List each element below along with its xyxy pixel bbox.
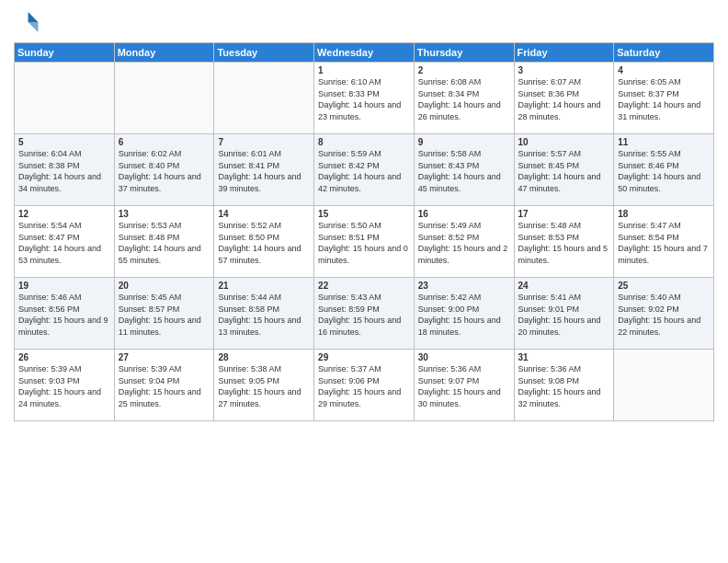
day-number: 25 [618,281,710,291]
day-number: 31 [518,352,610,362]
calendar-week-4: 19Sunrise: 5:46 AMSunset: 8:56 PMDayligh… [15,278,714,350]
day-number: 20 [119,281,210,291]
calendar-header-row: SundayMondayTuesdayWednesdayThursdayFrid… [15,43,714,63]
calendar-table: SundayMondayTuesdayWednesdayThursdayFrid… [14,42,714,421]
calendar-page: SundayMondayTuesdayWednesdayThursdayFrid… [0,0,728,563]
logo-icon [14,9,40,35]
day-header-sunday: Sunday [15,43,115,63]
day-number: 21 [218,281,310,291]
cell-content: Sunrise: 5:38 AMSunset: 9:05 PMDaylight:… [218,363,310,409]
day-number: 14 [218,209,310,219]
calendar-week-2: 5Sunrise: 6:04 AMSunset: 8:38 PMDaylight… [15,134,714,206]
cell-content: Sunrise: 5:59 AMSunset: 8:42 PMDaylight:… [318,148,410,194]
calendar-cell: 8Sunrise: 5:59 AMSunset: 8:42 PMDaylight… [314,134,415,206]
day-number: 24 [518,281,610,291]
day-number: 2 [418,65,510,75]
cell-content: Sunrise: 5:36 AMSunset: 9:07 PMDaylight:… [418,363,510,409]
calendar-cell: 5Sunrise: 6:04 AMSunset: 8:38 PMDaylight… [15,134,115,206]
calendar-cell: 19Sunrise: 5:46 AMSunset: 8:56 PMDayligh… [15,278,115,350]
day-header-saturday: Saturday [614,43,714,63]
cell-content: Sunrise: 5:41 AMSunset: 9:01 PMDaylight:… [518,292,610,338]
cell-content: Sunrise: 5:58 AMSunset: 8:43 PMDaylight:… [418,148,510,194]
day-number: 1 [318,65,410,75]
calendar-cell: 28Sunrise: 5:38 AMSunset: 9:05 PMDayligh… [214,350,314,421]
cell-content: Sunrise: 5:45 AMSunset: 8:57 PMDaylight:… [119,292,210,338]
calendar-cell: 22Sunrise: 5:43 AMSunset: 8:59 PMDayligh… [314,278,415,350]
calendar-cell: 29Sunrise: 5:37 AMSunset: 9:06 PMDayligh… [314,350,415,421]
day-number: 19 [18,281,110,291]
calendar-cell [214,63,314,134]
calendar-cell: 9Sunrise: 5:58 AMSunset: 8:43 PMDaylight… [414,134,514,206]
day-header-thursday: Thursday [414,43,514,63]
calendar-cell: 6Sunrise: 6:02 AMSunset: 8:40 PMDaylight… [114,134,214,206]
cell-content: Sunrise: 6:02 AMSunset: 8:40 PMDaylight:… [119,148,210,194]
calendar-cell: 1Sunrise: 6:10 AMSunset: 8:33 PMDaylight… [314,63,415,134]
day-number: 26 [18,352,110,362]
day-header-tuesday: Tuesday [214,43,314,63]
cell-content: Sunrise: 5:52 AMSunset: 8:50 PMDaylight:… [218,220,310,266]
calendar-cell: 20Sunrise: 5:45 AMSunset: 8:57 PMDayligh… [114,278,214,350]
cell-content: Sunrise: 5:57 AMSunset: 8:45 PMDaylight:… [518,148,610,194]
day-number: 11 [618,137,710,147]
calendar-cell: 21Sunrise: 5:44 AMSunset: 8:58 PMDayligh… [214,278,314,350]
calendar-week-1: 1Sunrise: 6:10 AMSunset: 8:33 PMDaylight… [15,63,714,134]
day-number: 9 [418,137,510,147]
svg-marker-0 [28,12,39,22]
day-number: 7 [218,137,310,147]
cell-content: Sunrise: 6:01 AMSunset: 8:41 PMDaylight:… [218,148,310,194]
calendar-cell: 13Sunrise: 5:53 AMSunset: 8:48 PMDayligh… [114,206,214,278]
day-header-monday: Monday [114,43,214,63]
calendar-week-5: 26Sunrise: 5:39 AMSunset: 9:03 PMDayligh… [15,350,714,421]
day-number: 6 [119,137,210,147]
day-number: 27 [119,352,210,362]
calendar-cell [15,63,115,134]
calendar-cell: 12Sunrise: 5:54 AMSunset: 8:47 PMDayligh… [15,206,115,278]
cell-content: Sunrise: 6:05 AMSunset: 8:37 PMDaylight:… [618,76,710,122]
logo [14,9,43,35]
calendar-cell [614,350,714,421]
cell-content: Sunrise: 5:55 AMSunset: 8:46 PMDaylight:… [618,148,710,194]
cell-content: Sunrise: 5:54 AMSunset: 8:47 PMDaylight:… [18,220,110,266]
calendar-cell: 23Sunrise: 5:42 AMSunset: 9:00 PMDayligh… [414,278,514,350]
day-number: 16 [418,209,510,219]
cell-content: Sunrise: 5:44 AMSunset: 8:58 PMDaylight:… [218,292,310,338]
calendar-cell: 3Sunrise: 6:07 AMSunset: 8:36 PMDaylight… [514,63,614,134]
cell-content: Sunrise: 5:39 AMSunset: 9:04 PMDaylight:… [119,363,210,409]
day-number: 5 [18,137,110,147]
calendar-cell: 10Sunrise: 5:57 AMSunset: 8:45 PMDayligh… [514,134,614,206]
cell-content: Sunrise: 6:04 AMSunset: 8:38 PMDaylight:… [18,148,110,194]
cell-content: Sunrise: 5:46 AMSunset: 8:56 PMDaylight:… [18,292,110,338]
day-header-wednesday: Wednesday [314,43,415,63]
cell-content: Sunrise: 6:08 AMSunset: 8:34 PMDaylight:… [418,76,510,122]
cell-content: Sunrise: 5:36 AMSunset: 9:08 PMDaylight:… [518,363,610,409]
cell-content: Sunrise: 5:39 AMSunset: 9:03 PMDaylight:… [18,363,110,409]
calendar-cell [114,63,214,134]
calendar-cell: 31Sunrise: 5:36 AMSunset: 9:08 PMDayligh… [514,350,614,421]
day-number: 23 [418,281,510,291]
cell-content: Sunrise: 5:53 AMSunset: 8:48 PMDaylight:… [119,220,210,266]
cell-content: Sunrise: 6:07 AMSunset: 8:36 PMDaylight:… [518,76,610,122]
day-number: 17 [518,209,610,219]
cell-content: Sunrise: 5:37 AMSunset: 9:06 PMDaylight:… [318,363,410,409]
cell-content: Sunrise: 5:48 AMSunset: 8:53 PMDaylight:… [518,220,610,266]
cell-content: Sunrise: 6:10 AMSunset: 8:33 PMDaylight:… [318,76,410,122]
calendar-cell: 4Sunrise: 6:05 AMSunset: 8:37 PMDaylight… [614,63,714,134]
calendar-cell: 24Sunrise: 5:41 AMSunset: 9:01 PMDayligh… [514,278,614,350]
calendar-cell: 16Sunrise: 5:49 AMSunset: 8:52 PMDayligh… [414,206,514,278]
cell-content: Sunrise: 5:40 AMSunset: 9:02 PMDaylight:… [618,292,710,338]
cell-content: Sunrise: 5:47 AMSunset: 8:54 PMDaylight:… [618,220,710,266]
calendar-cell: 11Sunrise: 5:55 AMSunset: 8:46 PMDayligh… [614,134,714,206]
day-header-friday: Friday [514,43,614,63]
calendar-cell: 27Sunrise: 5:39 AMSunset: 9:04 PMDayligh… [114,350,214,421]
cell-content: Sunrise: 5:49 AMSunset: 8:52 PMDaylight:… [418,220,510,266]
calendar-cell: 15Sunrise: 5:50 AMSunset: 8:51 PMDayligh… [314,206,415,278]
calendar-cell: 17Sunrise: 5:48 AMSunset: 8:53 PMDayligh… [514,206,614,278]
day-number: 13 [119,209,210,219]
day-number: 22 [318,281,410,291]
calendar-cell: 14Sunrise: 5:52 AMSunset: 8:50 PMDayligh… [214,206,314,278]
day-number: 12 [18,209,110,219]
cell-content: Sunrise: 5:43 AMSunset: 8:59 PMDaylight:… [318,292,410,338]
calendar-week-3: 12Sunrise: 5:54 AMSunset: 8:47 PMDayligh… [15,206,714,278]
day-number: 15 [318,209,410,219]
calendar-cell: 26Sunrise: 5:39 AMSunset: 9:03 PMDayligh… [15,350,115,421]
